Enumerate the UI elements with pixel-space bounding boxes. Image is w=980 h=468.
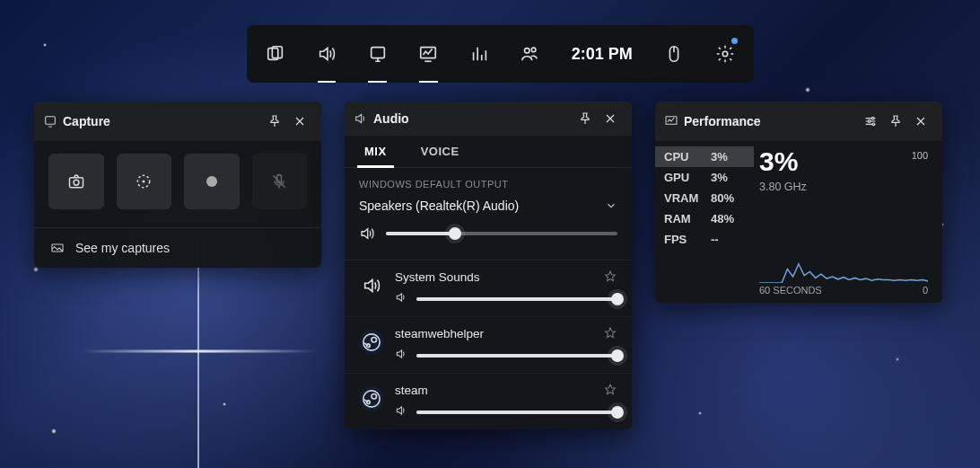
metric-cpu[interactable]: CPU 3% [655, 146, 754, 167]
app-volume-slider[interactable] [416, 291, 617, 307]
favorite-star[interactable] [603, 326, 617, 340]
svg-rect-10 [69, 178, 83, 188]
pin-button[interactable] [883, 109, 908, 134]
pin-button[interactable] [573, 106, 598, 131]
xbox-game-bar-toolbar: 2:01 PM [247, 25, 754, 83]
screenshot-button[interactable] [48, 154, 104, 209]
master-volume-row [345, 222, 632, 256]
steam-icon [359, 330, 384, 355]
close-button[interactable] [908, 109, 933, 134]
volume-icon[interactable] [395, 404, 407, 420]
app-name: System Sounds [395, 270, 603, 284]
svg-rect-9 [46, 117, 56, 125]
mic-toggle-button[interactable] [252, 154, 308, 209]
app-name: steamwebhelper [395, 327, 603, 340]
capture-widget: Capture See my captures [34, 102, 321, 268]
volume-icon[interactable] [359, 225, 375, 242]
close-button[interactable] [287, 109, 312, 134]
svg-point-21 [372, 394, 377, 400]
performance-title: Performance [684, 114, 858, 128]
svg-point-20 [363, 391, 380, 407]
app-volume-list: System Soundssteamwebhelpersteam [345, 256, 632, 429]
output-device-name: Speakers (Realtek(R) Audio) [359, 199, 605, 213]
svg-point-13 [143, 181, 145, 183]
default-output-label: WINDOWS DEFAULT OUTPUT [345, 168, 632, 193]
performance-chart [759, 220, 928, 283]
app-volume-row: steamwebhelper [345, 316, 632, 373]
volume-icon[interactable] [395, 291, 407, 307]
svg-rect-3 [421, 48, 436, 58]
toolbar-clock: 2:01 PM [556, 45, 649, 64]
app-volume-row: steam [345, 373, 632, 429]
see-my-captures-link[interactable]: See my captures [34, 227, 321, 268]
audio-widget: Audio MIX VOICE WINDOWS DEFAULT OUTPUT S… [345, 102, 632, 429]
chart-timespan: 60 SECONDS [759, 285, 822, 296]
svg-point-17 [363, 334, 380, 350]
audio-icon [354, 111, 368, 126]
performance-metric-list: CPU 3% GPU 3% VRAM 80% RAM 48% FPS -- [655, 146, 754, 296]
record-icon [206, 176, 217, 187]
close-button[interactable] [598, 106, 623, 131]
volume-icon[interactable] [395, 348, 407, 364]
svg-point-4 [525, 49, 530, 54]
see-my-captures-label: See my captures [75, 241, 170, 255]
chart-ymin: 0 [923, 285, 928, 296]
chart-ymax: 100 [912, 150, 928, 161]
svg-point-25 [868, 120, 871, 123]
svg-rect-23 [666, 117, 677, 125]
svg-point-11 [74, 180, 79, 185]
favorite-star[interactable] [603, 383, 617, 397]
capture-toolbar-button[interactable] [352, 25, 403, 83]
audio-toolbar-button[interactable] [302, 25, 353, 83]
capture-buttons-row [34, 141, 321, 227]
chevron-down-icon [605, 199, 617, 212]
settings-toolbar-button[interactable] [699, 25, 750, 83]
audio-title: Audio [373, 111, 573, 126]
svg-point-26 [872, 123, 875, 126]
performance-header: Performance [655, 102, 942, 141]
start-recording-button[interactable] [184, 154, 240, 209]
svg-point-24 [871, 117, 874, 119]
performance-toolbar-button[interactable] [403, 25, 454, 83]
speaker-icon [359, 273, 384, 298]
widgets-menu-button[interactable] [250, 25, 302, 83]
performance-widget: Performance CPU 3% GPU 3% VRAM 80% [655, 102, 942, 303]
performance-options-button[interactable] [858, 109, 883, 134]
svg-point-18 [372, 338, 377, 343]
svg-point-8 [722, 51, 728, 57]
svg-rect-2 [371, 48, 384, 58]
performance-sub-value: 3.80 GHz [759, 181, 928, 193]
favorite-star[interactable] [603, 269, 617, 284]
capture-title: Capture [63, 114, 262, 128]
pin-button[interactable] [262, 109, 287, 134]
mouse-settings-button[interactable] [649, 25, 700, 83]
performance-big-value: 3% [759, 148, 928, 175]
steam-icon [359, 386, 384, 411]
metric-ram[interactable]: RAM 48% [655, 208, 754, 229]
master-volume-slider[interactable] [386, 225, 617, 242]
settings-notification-dot [731, 38, 738, 44]
capture-icon [43, 114, 57, 128]
xbox-social-toolbar-button[interactable] [504, 25, 556, 83]
gallery-icon [50, 241, 65, 255]
metric-fps[interactable]: FPS -- [655, 229, 754, 250]
audio-header: Audio [345, 102, 632, 136]
audio-tabs: MIX VOICE [345, 136, 632, 168]
tab-mix[interactable]: MIX [359, 136, 392, 167]
metric-gpu[interactable]: GPU 3% [655, 167, 754, 188]
app-volume-row: System Sounds [345, 260, 632, 316]
app-volume-slider[interactable] [416, 404, 617, 420]
output-device-selector[interactable]: Speakers (Realtek(R) Audio) [345, 193, 632, 222]
record-last-button[interactable] [117, 154, 172, 209]
tab-voice[interactable]: VOICE [416, 136, 465, 167]
capture-header: Capture [34, 102, 321, 141]
app-name: steam [395, 384, 603, 397]
metric-vram[interactable]: VRAM 80% [655, 188, 754, 208]
app-volume-slider[interactable] [416, 348, 617, 364]
performance-icon [664, 114, 678, 128]
svg-point-5 [532, 48, 537, 52]
resources-toolbar-button[interactable] [454, 25, 505, 83]
